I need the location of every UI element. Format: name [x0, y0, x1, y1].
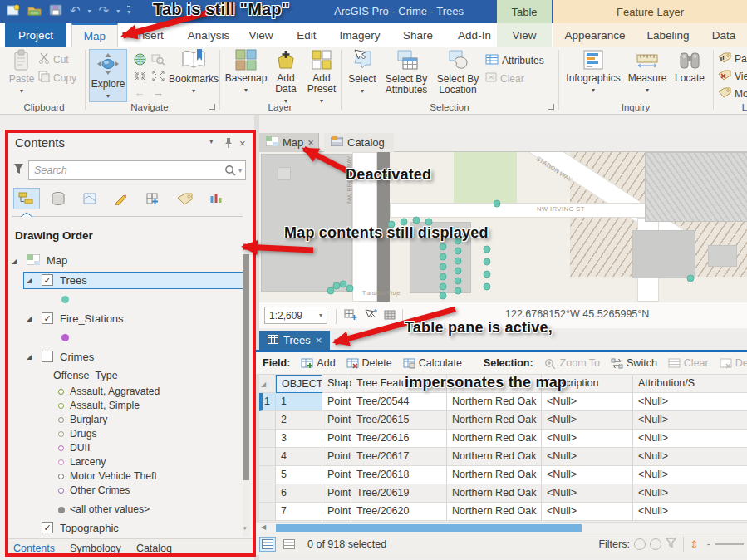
list-by-data-source-icon[interactable] — [45, 188, 71, 209]
legend-item[interactable]: DUII — [70, 442, 90, 454]
scrollbar-thumb[interactable] — [276, 524, 582, 532]
legend-item[interactable]: Other Crimes — [70, 484, 130, 496]
qat-customize-icon[interactable]: ▾ — [127, 6, 130, 16]
clear-selection-button[interactable]: Clear — [485, 72, 524, 85]
delete-selection-button[interactable]: Delete — [720, 357, 747, 369]
crimes-expander-icon[interactable]: ◢ — [27, 353, 32, 361]
filter-definition-icon[interactable] — [666, 538, 677, 551]
redo-dropdown-icon[interactable]: ▾ — [116, 7, 120, 15]
switch-selection-button[interactable]: Switch — [611, 357, 657, 369]
layer-trees-selected-row[interactable] — [23, 272, 244, 289]
infographics-button[interactable]: Infographics▾ — [563, 49, 623, 96]
bookmarks-button[interactable]: Bookmarks▾ — [170, 49, 218, 96]
redo-button[interactable]: ↷ — [99, 3, 110, 18]
fire-stations-symbol-dot[interactable] — [61, 334, 69, 341]
legend-item[interactable]: Drugs — [70, 428, 97, 440]
clear-selection-table-button[interactable]: Clear — [668, 357, 709, 369]
table-row[interactable]: 2 Point ZTree/20615 Northern Red Oak<Nul… — [259, 411, 747, 430]
sort-icon[interactable]: ⇕ — [690, 538, 699, 551]
column-header-shape[interactable]: Shape — [322, 375, 351, 393]
tab-labeling[interactable]: Labeling — [640, 23, 696, 47]
table-tab-close-icon[interactable]: × — [316, 334, 322, 346]
open-project-icon[interactable] — [27, 4, 42, 18]
filter-icon[interactable] — [13, 163, 24, 177]
more-labeling-button[interactable]: More▾ — [718, 87, 747, 101]
pointer-plus-icon[interactable] — [364, 309, 377, 323]
tab-table-view[interactable]: View — [499, 23, 550, 47]
list-by-drawing-order-icon[interactable] — [13, 188, 40, 209]
layer-crimes[interactable]: Crimes — [60, 351, 94, 363]
tab-analysis[interactable]: Analysis — [181, 23, 236, 47]
select-by-attributes-button[interactable]: Select By Attributes — [382, 49, 430, 96]
table-row[interactable]: 7 Point ZTree/20620 Northern Red Oak<Nul… — [259, 503, 747, 521]
pause-labeling-button[interactable]: Pause — [718, 52, 747, 66]
list-by-snapping-icon[interactable] — [140, 188, 166, 209]
legend-item[interactable]: Assault, Aggravated — [70, 386, 160, 397]
pane-close-icon[interactable]: × — [239, 137, 246, 150]
legend-item[interactable]: Burglary — [70, 414, 107, 425]
new-project-icon[interactable] — [7, 4, 20, 18]
show-selected-records-icon[interactable] — [281, 537, 297, 552]
all-other-values-item[interactable]: <all other values> — [70, 504, 150, 515]
full-extent-icon[interactable] — [131, 52, 148, 66]
scale-combobox[interactable]: 1:2,609▾ — [264, 307, 327, 324]
trees-table-tab[interactable]: Trees × — [259, 331, 330, 350]
catalog-view-tab[interactable]: Catalog — [324, 133, 394, 152]
table-row[interactable]: 6 Point ZTree/20619 Northern Red Oak<Nul… — [259, 484, 747, 503]
column-header-attribution[interactable]: Attribution/S — [633, 375, 747, 393]
undo-dropdown-icon[interactable]: ▾ — [88, 7, 91, 15]
next-extent-icon[interactable]: → — [150, 85, 166, 100]
tab-map[interactable]: Map — [71, 23, 118, 47]
tab-share[interactable]: Share — [397, 23, 439, 47]
legend-item[interactable]: Motor Vehicle Theft — [70, 470, 157, 482]
fixed-zoom-out-icon[interactable] — [150, 68, 166, 83]
map-canvas[interactable]: NW IRVING ST NW BROADWAY STATION WAY Tra… — [259, 152, 747, 302]
delete-field-button[interactable]: Delete — [346, 357, 392, 369]
list-by-charts-icon[interactable] — [203, 188, 229, 209]
paste-button[interactable]: Paste▾ — [7, 49, 37, 96]
pane-menu-icon[interactable]: ▾ — [209, 137, 214, 145]
locate-button[interactable]: Locate — [671, 49, 708, 84]
list-by-editing-icon[interactable] — [108, 188, 135, 209]
fire-expander-icon[interactable]: ◢ — [27, 315, 32, 322]
column-header-tree-feature-id[interactable]: Tree Feature ID — [351, 375, 447, 393]
trees-symbol-dot[interactable] — [61, 296, 69, 303]
legend-item[interactable]: Assault, Simple — [70, 400, 140, 411]
fire-stations-checkbox[interactable]: ✓ — [42, 312, 53, 324]
topographic-checkbox[interactable]: ✓ — [42, 522, 53, 533]
basemap-button[interactable]: Basemap▾ — [226, 49, 266, 96]
layer-trees[interactable]: Trees — [60, 274, 87, 287]
legend-item[interactable]: Larceny — [70, 456, 106, 468]
fixed-zoom-in-icon[interactable] — [131, 68, 148, 83]
search-icon[interactable] — [224, 165, 236, 179]
tab-data[interactable]: Data — [705, 23, 743, 47]
tab-imagery[interactable]: Imagery — [334, 23, 386, 47]
show-all-records-icon[interactable] — [259, 537, 276, 552]
previous-extent-icon[interactable]: ← — [131, 85, 148, 100]
column-header-description[interactable]: Description — [542, 375, 633, 393]
bottom-tab-contents[interactable]: Contents — [13, 543, 55, 554]
save-project-icon[interactable] — [49, 4, 62, 18]
layer-topographic[interactable]: Topographic — [60, 522, 119, 534]
zoom-to-button[interactable]: Zoom To — [544, 357, 600, 369]
table-row[interactable]: 4 Point ZTree/20617 Northern Red Oak<Nul… — [259, 448, 747, 466]
zoom-to-selection-icon[interactable] — [150, 52, 166, 66]
tab-add-in[interactable]: Add-In — [452, 23, 497, 47]
zoom-out-icon[interactable]: - — [707, 538, 710, 550]
tab-project[interactable]: Project — [5, 23, 66, 47]
filter-time-icon[interactable] — [650, 538, 661, 550]
select-button[interactable]: Select▾ — [346, 49, 379, 96]
measure-button[interactable]: Measure▾ — [627, 49, 668, 96]
tab-appearance[interactable]: Appearance — [558, 23, 632, 47]
selection-dialog-launcher[interactable] — [548, 104, 554, 110]
view-unplaced-button[interactable]: View Unp — [718, 70, 747, 83]
scroll-left-icon[interactable]: ◀ — [261, 523, 266, 531]
layer-map[interactable]: Map — [47, 254, 67, 267]
undo-button[interactable]: ↶ — [70, 3, 81, 18]
attributes-button[interactable]: Attributes — [485, 54, 544, 67]
scroll-down-icon[interactable]: ▾ — [243, 525, 247, 532]
table-horizontal-scrollbar[interactable]: ◀ — [254, 522, 747, 533]
copy-button[interactable]: Copy — [38, 71, 76, 85]
list-by-labeling-icon[interactable] — [171, 188, 198, 209]
grid-icon[interactable] — [384, 310, 396, 322]
